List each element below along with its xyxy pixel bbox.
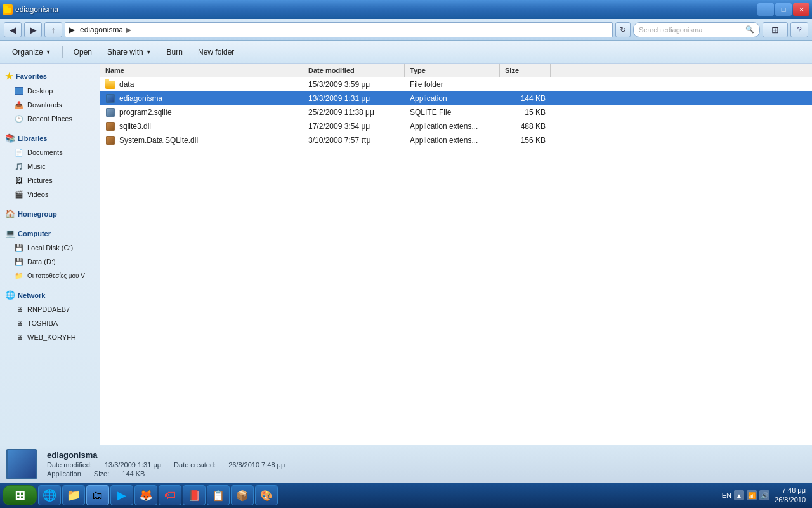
status-size-value: 144 KB [122, 470, 145, 478]
sidebar-item-music[interactable]: 🎵 Music [0, 159, 100, 173]
share-dropdown-arrow: ▼ [146, 49, 152, 55]
address-path[interactable]: ▶ ediagonisma ▶ [65, 22, 613, 37]
sidebar-divider-1 [0, 126, 100, 131]
search-box[interactable]: Search ediagonisma 🔍 [633, 22, 760, 37]
column-header-size[interactable]: Size [500, 64, 551, 77]
taskbar-app5[interactable]: 🦊 [134, 485, 157, 505]
file-cell-type: SQLITE File [405, 108, 500, 117]
sidebar-item-web-koryfh[interactable]: 🖥 WEB_KORYFH [0, 330, 100, 344]
address-segment: ediagonisma [80, 25, 123, 34]
organize-button[interactable]: Organize ▼ [5, 43, 58, 61]
column-header-name[interactable]: Name [100, 64, 303, 77]
file-cell-name: data [100, 79, 303, 90]
taskbar-app9[interactable]: 📦 [231, 485, 254, 505]
sidebar-item-toshiba[interactable]: 🖥 TOSHIBA [0, 316, 100, 330]
disk-c-icon: 💾 [14, 243, 24, 253]
back-button[interactable]: ◀ [4, 22, 22, 37]
column-header-date[interactable]: Date modified [303, 64, 405, 77]
refresh-button[interactable]: ↻ [615, 22, 631, 37]
homegroup-icon: 🏠 [5, 209, 15, 218]
sidebar-item-desktop[interactable]: Desktop [0, 84, 100, 98]
clock-time: 7:48 μμ [775, 486, 806, 495]
app8-icon: 📋 [212, 490, 225, 502]
file-cell-size: 15 KB [500, 108, 551, 117]
table-row[interactable]: data 15/3/2009 3:59 μμ File folder [100, 77, 812, 91]
taskbar-explorer[interactable]: 📁 [62, 485, 85, 505]
up-button[interactable]: ↑ [44, 22, 62, 37]
organize-dropdown-arrow: ▼ [46, 49, 51, 55]
app10-icon: 🎨 [260, 490, 273, 502]
dll-icon [106, 122, 115, 131]
app7-icon: 📕 [188, 490, 200, 502]
file-cell-date: 3/10/2008 7:57 πμ [303, 136, 405, 145]
clock[interactable]: 7:48 μμ 26/8/2010 [775, 486, 806, 505]
taskbar-media[interactable]: ▶ [110, 485, 133, 505]
column-header-type[interactable]: Type [405, 64, 500, 77]
file-icon [105, 121, 115, 131]
sidebar-item-pictures[interactable]: 🖼 Pictures [0, 173, 100, 187]
taskbar-apps: 🌐 📁 🗂 ▶ 🦊 🏷 📕 📋 📦 🎨 [38, 485, 717, 505]
sidebar-homegroup-header[interactable]: 🏠 Homegroup [0, 206, 100, 221]
file-name-text: System.Data.SQLite.dll [119, 136, 198, 145]
taskbar-app10[interactable]: 🎨 [255, 485, 278, 505]
sidebar-item-downloads[interactable]: 📥 Downloads [0, 98, 100, 112]
share-with-button[interactable]: Share with ▼ [100, 43, 159, 61]
taskbar-app6[interactable]: 🏷 [159, 485, 181, 505]
table-row[interactable]: sqlite3.dll 17/2/2009 3:54 μμ Applicatio… [100, 119, 812, 133]
help-button[interactable]: ? [790, 22, 808, 37]
maximize-button[interactable]: □ [775, 3, 792, 16]
sidebar-divider-4 [0, 283, 100, 288]
sidebar-item-data-d[interactable]: 💾 Data (D:) [0, 255, 100, 269]
sidebar-item-my-locations[interactable]: 📁 Οι τοποθεσίες μου V [0, 269, 100, 283]
file-cell-name: sqlite3.dll [100, 121, 303, 131]
taskbar-file-manager[interactable]: 🗂 [86, 485, 109, 505]
taskbar-ie[interactable]: 🌐 [38, 485, 61, 505]
window-title: ediagonisma [15, 5, 58, 14]
burn-button[interactable]: Burn [160, 43, 190, 61]
sidebar-item-documents[interactable]: 📄 Documents [0, 145, 100, 159]
file-cell-size: 144 KB [500, 94, 551, 103]
sidebar-divider-2 [0, 201, 100, 206]
sidebar-network-header[interactable]: 🌐 Network [0, 288, 100, 302]
window-icon [3, 4, 13, 15]
sidebar-item-recent[interactable]: 🕒 Recent Places [0, 112, 100, 126]
file-cell-date: 25/2/2009 11:38 μμ [303, 108, 405, 117]
minimize-button[interactable]: ─ [757, 3, 774, 16]
sidebar-item-rnpddaeb7[interactable]: 🖥 RNPDDAEB7 [0, 302, 100, 316]
dll-icon [106, 136, 115, 145]
sidebar-item-videos[interactable]: 🎬 Videos [0, 187, 100, 201]
web-koryfh-icon: 🖥 [14, 332, 24, 342]
sidebar-item-local-disk-c[interactable]: 💾 Local Disk (C:) [0, 241, 100, 255]
file-cell-date: 15/3/2009 3:59 μμ [303, 80, 405, 89]
table-row[interactable]: program2.sqlite 25/2/2009 11:38 μμ SQLIT… [100, 105, 812, 119]
open-button[interactable]: Open [67, 43, 99, 61]
documents-icon: 📄 [14, 147, 24, 157]
sidebar-favorites-header[interactable]: ★ Favorites [0, 69, 100, 84]
file-list: Name Date modified Type Size data 15/3/2… [100, 64, 812, 444]
file-cell-date: 17/2/2009 3:54 μμ [303, 122, 405, 131]
app5-icon: 🦊 [139, 488, 153, 502]
view-options-button[interactable]: ⊞ [763, 22, 788, 37]
app-icon [106, 94, 115, 103]
file-list-header: Name Date modified Type Size [100, 64, 812, 77]
pictures-icon: 🖼 [14, 175, 24, 185]
start-button[interactable]: ⊞ [3, 485, 37, 505]
desktop-icon [14, 86, 24, 96]
forward-button[interactable]: ▶ [24, 22, 42, 37]
sidebar-computer-header[interactable]: 💻 Computer [0, 226, 100, 241]
file-icon [105, 135, 115, 145]
close-button[interactable]: ✕ [793, 3, 809, 16]
status-type: Application [47, 470, 81, 478]
file-icon [105, 107, 115, 117]
taskbar-app8[interactable]: 📋 [207, 485, 230, 505]
sidebar-libraries-header[interactable]: 📚 Libraries [0, 131, 100, 145]
recent-icon: 🕒 [14, 114, 24, 124]
search-placeholder: Search ediagonisma [639, 26, 702, 34]
taskbar-app7[interactable]: 📕 [183, 485, 206, 505]
file-rows-container: data 15/3/2009 3:59 μμ File folder ediag… [100, 77, 812, 147]
tray-icon-3: 🔊 [759, 490, 769, 500]
status-date-modified-label: Date modified: [47, 461, 92, 469]
new-folder-button[interactable]: New folder [191, 43, 241, 61]
table-row[interactable]: ediagonisma 13/3/2009 1:31 μμ Applicatio… [100, 91, 812, 105]
table-row[interactable]: System.Data.SQLite.dll 3/10/2008 7:57 πμ… [100, 133, 812, 147]
